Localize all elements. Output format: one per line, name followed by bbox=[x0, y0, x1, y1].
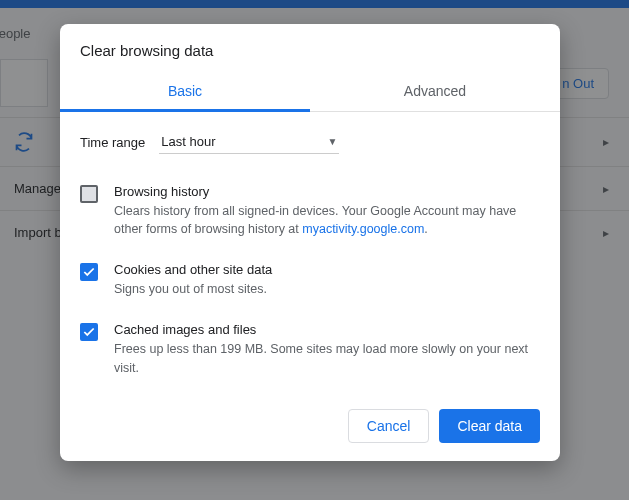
time-range-label: Time range bbox=[80, 135, 145, 150]
cancel-button[interactable]: Cancel bbox=[348, 409, 430, 443]
item-title: Cookies and other site data bbox=[114, 262, 540, 277]
item-browsing-history: Browsing history Clears history from all… bbox=[80, 172, 540, 250]
item-title: Browsing history bbox=[114, 184, 540, 199]
tab-basic[interactable]: Basic bbox=[60, 71, 310, 111]
checkbox-cookies[interactable] bbox=[80, 263, 98, 281]
dialog-title: Clear browsing data bbox=[60, 24, 560, 71]
clear-items-list: Browsing history Clears history from all… bbox=[60, 172, 560, 389]
dialog-actions: Cancel Clear data bbox=[60, 389, 560, 449]
myactivity-link[interactable]: myactivity.google.com bbox=[302, 222, 424, 236]
checkbox-cache[interactable] bbox=[80, 323, 98, 341]
item-description: Signs you out of most sites. bbox=[114, 280, 540, 298]
item-title: Cached images and files bbox=[114, 322, 540, 337]
chevron-down-icon: ▼ bbox=[327, 136, 337, 147]
dialog-tabs: Basic Advanced bbox=[60, 71, 560, 112]
item-cache: Cached images and files Frees up less th… bbox=[80, 310, 540, 388]
item-cookies: Cookies and other site data Signs you ou… bbox=[80, 250, 540, 310]
tab-advanced[interactable]: Advanced bbox=[310, 71, 560, 111]
checkbox-browsing-history[interactable] bbox=[80, 185, 98, 203]
clear-data-button[interactable]: Clear data bbox=[439, 409, 540, 443]
time-range-row: Time range Last hour ▼ bbox=[60, 112, 560, 172]
clear-browsing-data-dialog: Clear browsing data Basic Advanced Time … bbox=[60, 24, 560, 461]
time-range-select[interactable]: Last hour ▼ bbox=[159, 130, 339, 154]
item-description: Clears history from all signed-in device… bbox=[114, 202, 540, 238]
item-description: Frees up less than 199 MB. Some sites ma… bbox=[114, 340, 540, 376]
time-range-value: Last hour bbox=[161, 134, 215, 149]
